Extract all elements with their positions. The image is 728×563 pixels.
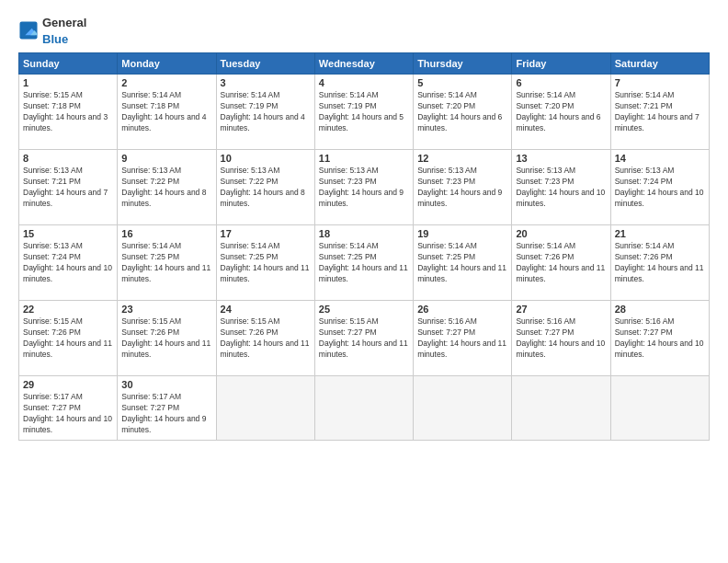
calendar-day-cell: 29 Sunrise: 5:17 AM Sunset: 7:27 PM Dayl… [19,376,118,441]
day-number: 2 [121,77,211,88]
calendar-day-cell [216,376,314,441]
day-info: Sunrise: 5:13 AM Sunset: 7:23 PM Dayligh… [319,166,409,210]
day-number: 4 [319,77,409,88]
weekday-header-tuesday: Tuesday [216,53,314,75]
day-number: 14 [615,153,705,164]
day-number: 30 [121,379,211,390]
day-info: Sunrise: 5:13 AM Sunset: 7:22 PM Dayligh… [121,166,211,210]
calendar-day-cell [610,376,709,441]
logo-general: General [42,16,86,29]
day-number: 13 [516,153,606,164]
calendar-day-cell: 20 Sunrise: 5:14 AM Sunset: 7:26 PM Dayl… [512,225,610,301]
day-info: Sunrise: 5:13 AM Sunset: 7:23 PM Dayligh… [417,166,507,210]
day-info: Sunrise: 5:14 AM Sunset: 7:26 PM Dayligh… [615,241,705,285]
day-number: 3 [221,77,311,88]
calendar-day-cell: 16 Sunrise: 5:14 AM Sunset: 7:25 PM Dayl… [118,225,216,301]
calendar-week-row: 22 Sunrise: 5:15 AM Sunset: 7:26 PM Dayl… [19,301,710,376]
day-number: 17 [221,228,311,239]
day-info: Sunrise: 5:14 AM Sunset: 7:18 PM Dayligh… [121,90,211,134]
weekday-header-saturday: Saturday [610,53,709,75]
day-number: 26 [417,304,507,315]
calendar-day-cell: 7 Sunrise: 5:14 AM Sunset: 7:21 PM Dayli… [610,75,709,150]
calendar-day-cell [414,376,512,441]
day-number: 1 [23,77,113,88]
weekday-header-sunday: Sunday [19,53,118,75]
calendar-day-cell: 30 Sunrise: 5:17 AM Sunset: 7:27 PM Dayl… [118,376,216,441]
day-info: Sunrise: 5:14 AM Sunset: 7:21 PM Dayligh… [615,90,705,134]
logo: General Blue [18,14,86,47]
calendar-week-row: 1 Sunrise: 5:15 AM Sunset: 7:18 PM Dayli… [19,75,710,150]
day-info: Sunrise: 5:15 AM Sunset: 7:26 PM Dayligh… [23,316,113,361]
day-number: 28 [615,304,705,315]
calendar-day-cell: 6 Sunrise: 5:14 AM Sunset: 7:20 PM Dayli… [512,75,610,150]
day-info: Sunrise: 5:14 AM Sunset: 7:20 PM Dayligh… [516,90,606,134]
day-number: 22 [23,304,113,315]
day-number: 11 [319,153,409,164]
day-info: Sunrise: 5:14 AM Sunset: 7:25 PM Dayligh… [121,241,211,285]
day-number: 20 [516,228,606,239]
day-info: Sunrise: 5:13 AM Sunset: 7:24 PM Dayligh… [615,166,705,210]
calendar-day-cell: 21 Sunrise: 5:14 AM Sunset: 7:26 PM Dayl… [610,225,709,301]
weekday-header-friday: Friday [512,53,610,75]
day-number: 29 [23,379,113,390]
calendar-day-cell: 11 Sunrise: 5:13 AM Sunset: 7:23 PM Dayl… [314,150,413,225]
calendar-day-cell: 14 Sunrise: 5:13 AM Sunset: 7:24 PM Dayl… [610,150,709,225]
calendar-day-cell: 25 Sunrise: 5:15 AM Sunset: 7:27 PM Dayl… [314,301,413,376]
weekday-header-thursday: Thursday [414,53,512,75]
calendar-day-cell: 18 Sunrise: 5:14 AM Sunset: 7:25 PM Dayl… [314,225,413,301]
calendar-week-row: 8 Sunrise: 5:13 AM Sunset: 7:21 PM Dayli… [19,150,710,225]
logo-icon [18,20,39,40]
day-info: Sunrise: 5:14 AM Sunset: 7:19 PM Dayligh… [221,90,311,134]
day-info: Sunrise: 5:15 AM Sunset: 7:18 PM Dayligh… [23,90,113,134]
day-number: 23 [121,304,211,315]
weekday-header-row: SundayMondayTuesdayWednesdayThursdayFrid… [19,53,710,75]
day-info: Sunrise: 5:16 AM Sunset: 7:27 PM Dayligh… [615,316,705,361]
calendar-day-cell: 10 Sunrise: 5:13 AM Sunset: 7:22 PM Dayl… [216,150,314,225]
calendar-week-row: 29 Sunrise: 5:17 AM Sunset: 7:27 PM Dayl… [19,376,710,441]
calendar-day-cell [512,376,610,441]
day-number: 7 [615,77,705,88]
calendar-day-cell: 5 Sunrise: 5:14 AM Sunset: 7:20 PM Dayli… [414,75,512,150]
calendar-week-row: 15 Sunrise: 5:13 AM Sunset: 7:24 PM Dayl… [19,225,710,301]
day-number: 25 [319,304,409,315]
logo-blue: Blue [42,32,68,46]
day-number: 16 [121,228,211,239]
day-number: 27 [516,304,606,315]
svg-rect-0 [19,21,37,39]
calendar-day-cell [314,376,413,441]
day-info: Sunrise: 5:13 AM Sunset: 7:23 PM Dayligh… [516,166,606,210]
calendar-day-cell: 19 Sunrise: 5:14 AM Sunset: 7:25 PM Dayl… [414,225,512,301]
calendar-day-cell: 3 Sunrise: 5:14 AM Sunset: 7:19 PM Dayli… [216,75,314,150]
calendar-day-cell: 12 Sunrise: 5:13 AM Sunset: 7:23 PM Dayl… [414,150,512,225]
weekday-header-monday: Monday [118,53,216,75]
day-info: Sunrise: 5:14 AM Sunset: 7:25 PM Dayligh… [221,241,311,285]
weekday-header-wednesday: Wednesday [314,53,413,75]
day-number: 9 [121,153,211,164]
day-number: 12 [417,153,507,164]
page-header: General Blue [18,14,710,47]
day-number: 24 [221,304,311,315]
calendar-day-cell: 27 Sunrise: 5:16 AM Sunset: 7:27 PM Dayl… [512,301,610,376]
day-info: Sunrise: 5:17 AM Sunset: 7:27 PM Dayligh… [23,392,113,436]
calendar-table: SundayMondayTuesdayWednesdayThursdayFrid… [18,52,710,441]
day-info: Sunrise: 5:14 AM Sunset: 7:25 PM Dayligh… [319,241,409,285]
day-info: Sunrise: 5:13 AM Sunset: 7:24 PM Dayligh… [23,241,113,285]
day-info: Sunrise: 5:15 AM Sunset: 7:26 PM Dayligh… [221,316,311,361]
calendar-day-cell: 26 Sunrise: 5:16 AM Sunset: 7:27 PM Dayl… [414,301,512,376]
calendar-day-cell: 22 Sunrise: 5:15 AM Sunset: 7:26 PM Dayl… [19,301,118,376]
day-info: Sunrise: 5:14 AM Sunset: 7:20 PM Dayligh… [417,90,507,134]
day-number: 6 [516,77,606,88]
calendar-day-cell: 9 Sunrise: 5:13 AM Sunset: 7:22 PM Dayli… [118,150,216,225]
day-number: 18 [319,228,409,239]
day-info: Sunrise: 5:15 AM Sunset: 7:26 PM Dayligh… [121,316,211,361]
day-number: 21 [615,228,705,239]
calendar-day-cell: 24 Sunrise: 5:15 AM Sunset: 7:26 PM Dayl… [216,301,314,376]
day-number: 15 [23,228,113,239]
day-info: Sunrise: 5:16 AM Sunset: 7:27 PM Dayligh… [516,316,606,361]
calendar-day-cell: 1 Sunrise: 5:15 AM Sunset: 7:18 PM Dayli… [19,75,118,150]
day-info: Sunrise: 5:17 AM Sunset: 7:27 PM Dayligh… [121,392,211,436]
calendar-day-cell: 23 Sunrise: 5:15 AM Sunset: 7:26 PM Dayl… [118,301,216,376]
calendar-day-cell: 28 Sunrise: 5:16 AM Sunset: 7:27 PM Dayl… [610,301,709,376]
day-number: 5 [417,77,507,88]
day-info: Sunrise: 5:13 AM Sunset: 7:21 PM Dayligh… [23,166,113,210]
